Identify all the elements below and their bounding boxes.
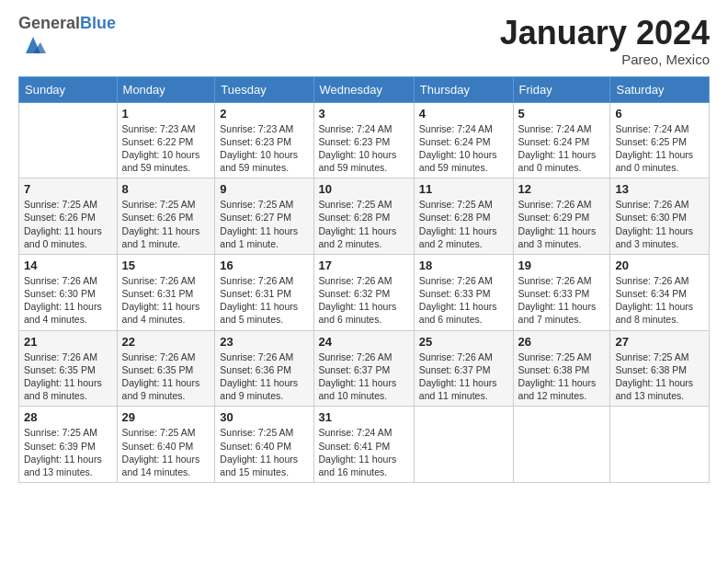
day-number: 12 [518, 182, 606, 196]
calendar-day-cell [513, 407, 610, 483]
day-info: Sunrise: 7:26 AM Sunset: 6:34 PM Dayligh… [615, 274, 704, 327]
day-number: 7 [24, 182, 112, 196]
weekday-header-cell: Friday [513, 76, 610, 102]
calendar-day-cell: 6Sunrise: 7:24 AM Sunset: 6:25 PM Daylig… [610, 102, 710, 178]
day-info: Sunrise: 7:26 AM Sunset: 6:35 PM Dayligh… [122, 350, 210, 403]
day-info: Sunrise: 7:26 AM Sunset: 6:37 PM Dayligh… [419, 350, 508, 403]
calendar-day-cell: 29Sunrise: 7:25 AM Sunset: 6:40 PM Dayli… [117, 407, 215, 483]
day-info: Sunrise: 7:26 AM Sunset: 6:33 PM Dayligh… [419, 274, 508, 327]
weekday-header-cell: Thursday [414, 76, 513, 102]
day-info: Sunrise: 7:25 AM Sunset: 6:28 PM Dayligh… [319, 198, 409, 250]
day-number: 8 [122, 182, 210, 196]
calendar-day-cell: 2Sunrise: 7:23 AM Sunset: 6:23 PM Daylig… [215, 102, 313, 178]
day-info: Sunrise: 7:25 AM Sunset: 6:40 PM Dayligh… [220, 426, 308, 478]
month-year: January 2024 [500, 15, 710, 52]
calendar-week-row: 1Sunrise: 7:23 AM Sunset: 6:22 PM Daylig… [19, 102, 710, 178]
weekday-header-cell: Sunday [19, 76, 118, 102]
day-info: Sunrise: 7:25 AM Sunset: 6:38 PM Dayligh… [615, 350, 704, 403]
day-number: 14 [24, 259, 112, 272]
day-number: 21 [24, 335, 112, 349]
day-number: 30 [220, 410, 308, 424]
calendar-day-cell: 10Sunrise: 7:25 AM Sunset: 6:28 PM Dayli… [313, 178, 414, 255]
calendar-day-cell: 18Sunrise: 7:26 AM Sunset: 6:33 PM Dayli… [414, 254, 513, 330]
day-number: 10 [319, 182, 409, 196]
calendar-day-cell: 31Sunrise: 7:24 AM Sunset: 6:41 PM Dayli… [313, 407, 414, 483]
day-info: Sunrise: 7:25 AM Sunset: 6:28 PM Dayligh… [419, 198, 508, 250]
weekday-header-cell: Monday [117, 76, 215, 102]
day-info: Sunrise: 7:24 AM Sunset: 6:24 PM Dayligh… [518, 122, 606, 175]
day-number: 16 [220, 259, 308, 272]
calendar-day-cell: 13Sunrise: 7:26 AM Sunset: 6:30 PM Dayli… [610, 178, 710, 255]
day-number: 2 [220, 107, 308, 121]
day-info: Sunrise: 7:23 AM Sunset: 6:22 PM Dayligh… [122, 122, 210, 175]
day-number: 26 [518, 335, 606, 349]
day-number: 17 [319, 259, 409, 272]
day-number: 20 [615, 259, 704, 272]
calendar-week-row: 14Sunrise: 7:26 AM Sunset: 6:30 PM Dayli… [19, 254, 710, 330]
day-number: 4 [419, 107, 508, 121]
title-block: January 2024 Pareo, Mexico [500, 15, 710, 67]
page: GeneralBlue January 2024 Pareo, Mexico S… [0, 0, 728, 563]
day-number: 23 [220, 335, 308, 349]
day-info: Sunrise: 7:24 AM Sunset: 6:24 PM Dayligh… [419, 122, 508, 175]
day-number: 15 [122, 259, 210, 272]
day-info: Sunrise: 7:26 AM Sunset: 6:31 PM Dayligh… [220, 274, 308, 327]
day-info: Sunrise: 7:24 AM Sunset: 6:41 PM Dayligh… [319, 426, 409, 478]
calendar-day-cell: 17Sunrise: 7:26 AM Sunset: 6:32 PM Dayli… [313, 254, 414, 330]
logo-text: GeneralBlue [18, 15, 116, 33]
calendar-day-cell: 15Sunrise: 7:26 AM Sunset: 6:31 PM Dayli… [117, 254, 215, 330]
calendar-day-cell: 14Sunrise: 7:26 AM Sunset: 6:30 PM Dayli… [19, 254, 118, 330]
calendar-day-cell: 7Sunrise: 7:25 AM Sunset: 6:26 PM Daylig… [19, 178, 118, 255]
calendar-day-cell: 27Sunrise: 7:25 AM Sunset: 6:38 PM Dayli… [610, 330, 710, 407]
weekday-header-row: SundayMondayTuesdayWednesdayThursdayFrid… [19, 76, 710, 102]
calendar-day-cell: 28Sunrise: 7:25 AM Sunset: 6:39 PM Dayli… [19, 407, 118, 483]
calendar-day-cell: 16Sunrise: 7:26 AM Sunset: 6:31 PM Dayli… [215, 254, 313, 330]
day-info: Sunrise: 7:25 AM Sunset: 6:27 PM Dayligh… [220, 198, 308, 250]
calendar-day-cell: 8Sunrise: 7:25 AM Sunset: 6:26 PM Daylig… [117, 178, 215, 255]
day-number: 13 [615, 182, 704, 196]
calendar-week-row: 28Sunrise: 7:25 AM Sunset: 6:39 PM Dayli… [19, 407, 710, 483]
day-info: Sunrise: 7:26 AM Sunset: 6:30 PM Dayligh… [615, 198, 704, 250]
day-number: 25 [419, 335, 508, 349]
calendar-day-cell: 9Sunrise: 7:25 AM Sunset: 6:27 PM Daylig… [215, 178, 313, 255]
calendar-day-cell: 26Sunrise: 7:25 AM Sunset: 6:38 PM Dayli… [513, 330, 610, 407]
calendar-day-cell: 19Sunrise: 7:26 AM Sunset: 6:33 PM Dayli… [513, 254, 610, 330]
day-info: Sunrise: 7:26 AM Sunset: 6:30 PM Dayligh… [24, 274, 112, 327]
calendar-day-cell [19, 102, 118, 178]
logo-blue: Blue [80, 14, 116, 32]
logo: GeneralBlue [18, 15, 116, 63]
day-number: 28 [24, 410, 112, 424]
day-info: Sunrise: 7:25 AM Sunset: 6:38 PM Dayligh… [518, 350, 606, 403]
calendar-day-cell [414, 407, 513, 483]
calendar-day-cell: 25Sunrise: 7:26 AM Sunset: 6:37 PM Dayli… [414, 330, 513, 407]
day-number: 11 [419, 182, 508, 196]
day-number: 1 [122, 107, 210, 121]
weekday-header-cell: Saturday [610, 76, 710, 102]
day-number: 19 [518, 259, 606, 272]
day-info: Sunrise: 7:25 AM Sunset: 6:26 PM Dayligh… [122, 198, 210, 250]
calendar-day-cell: 21Sunrise: 7:26 AM Sunset: 6:35 PM Dayli… [19, 330, 118, 407]
day-number: 3 [319, 107, 409, 121]
calendar-day-cell: 20Sunrise: 7:26 AM Sunset: 6:34 PM Dayli… [610, 254, 710, 330]
calendar-day-cell: 11Sunrise: 7:25 AM Sunset: 6:28 PM Dayli… [414, 178, 513, 255]
day-info: Sunrise: 7:26 AM Sunset: 6:36 PM Dayligh… [220, 350, 308, 403]
day-info: Sunrise: 7:26 AM Sunset: 6:32 PM Dayligh… [319, 274, 409, 327]
day-info: Sunrise: 7:26 AM Sunset: 6:37 PM Dayligh… [319, 350, 409, 403]
logo-general: General [18, 14, 80, 32]
calendar-day-cell: 22Sunrise: 7:26 AM Sunset: 6:35 PM Dayli… [117, 330, 215, 407]
day-number: 27 [615, 335, 704, 349]
header: GeneralBlue January 2024 Pareo, Mexico [18, 15, 710, 67]
day-info: Sunrise: 7:26 AM Sunset: 6:35 PM Dayligh… [24, 350, 112, 403]
day-number: 22 [122, 335, 210, 349]
location: Pareo, Mexico [500, 52, 710, 67]
calendar-body: 1Sunrise: 7:23 AM Sunset: 6:22 PM Daylig… [19, 102, 710, 482]
day-number: 24 [319, 335, 409, 349]
calendar-day-cell: 24Sunrise: 7:26 AM Sunset: 6:37 PM Dayli… [313, 330, 414, 407]
calendar-day-cell: 30Sunrise: 7:25 AM Sunset: 6:40 PM Dayli… [215, 407, 313, 483]
day-number: 9 [220, 182, 308, 196]
calendar-week-row: 21Sunrise: 7:26 AM Sunset: 6:35 PM Dayli… [19, 330, 710, 407]
weekday-header-cell: Tuesday [215, 76, 313, 102]
day-number: 18 [419, 259, 508, 272]
calendar-day-cell: 3Sunrise: 7:24 AM Sunset: 6:23 PM Daylig… [313, 102, 414, 178]
day-info: Sunrise: 7:25 AM Sunset: 6:40 PM Dayligh… [122, 426, 210, 478]
